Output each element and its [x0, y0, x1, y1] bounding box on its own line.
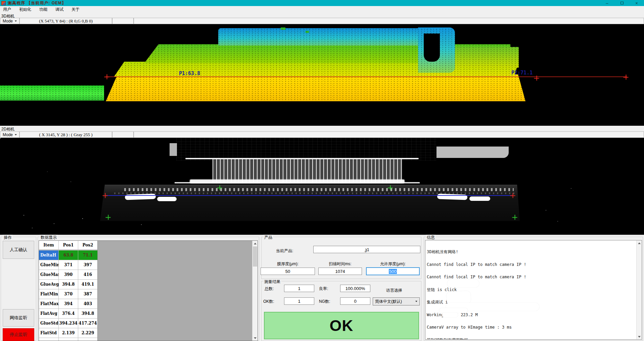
- table-scrollbar[interactable]: [252, 241, 258, 341]
- log-scrollbar[interactable]: [636, 240, 642, 339]
- ok-count-label: OK数:: [263, 299, 274, 304]
- table-header-pos1[interactable]: Pos1: [59, 241, 78, 249]
- table-cell[interactable]: X: [39, 338, 58, 341]
- measurement-table[interactable]: Item Pos1 Pos2 DeltaH 63.8 71.1 GlueMin …: [39, 240, 258, 341]
- table-cell[interactable]: FlatMin: [39, 289, 58, 299]
- table-header-pos2[interactable]: Pos2: [78, 241, 97, 249]
- redaction-mark: [442, 312, 458, 317]
- operation-group-label: 操作: [3, 235, 13, 240]
- table-cell[interactable]: 394: [59, 299, 78, 308]
- current-product-label: 当前产品:: [276, 248, 293, 254]
- stop-listen-button[interactable]: 停止监听: [3, 328, 34, 341]
- app-icon: [1, 1, 6, 5]
- table-cell[interactable]: 2.229: [78, 328, 97, 338]
- scan-time-field[interactable]: 1074: [318, 268, 362, 275]
- table-cell[interactable]: 403: [78, 299, 97, 308]
- table-cell[interactable]: 394.8: [59, 280, 78, 289]
- table-cell[interactable]: 394.8: [78, 309, 97, 318]
- marker-cross-green: [512, 215, 517, 220]
- solder-blob: [125, 193, 156, 200]
- redaction-mark: [439, 308, 468, 313]
- yield-label: 良率:: [319, 286, 328, 292]
- table-cell[interactable]: 387: [78, 289, 97, 299]
- solder-blob: [157, 197, 177, 201]
- table-cell[interactable]: 419.1: [78, 280, 97, 289]
- measurement-line: [106, 76, 627, 77]
- table-cell[interactable]: 63.8: [59, 250, 78, 260]
- scrollbar-thumb[interactable]: [253, 246, 257, 267]
- table-cell[interactable]: 2583.5: [59, 338, 78, 341]
- result-status-panel: OK: [264, 312, 419, 339]
- marker-cross-right: [510, 193, 515, 198]
- table-cell[interactable]: FlatStd: [39, 328, 58, 338]
- table-cell[interactable]: 371: [59, 260, 78, 270]
- scroll-down-button[interactable]: [252, 335, 258, 341]
- camera3d-status-spacer: [112, 18, 134, 24]
- table-cell[interactable]: 416: [78, 270, 97, 279]
- table-cell[interactable]: 397: [78, 260, 97, 270]
- log-line: 等到3D取到灰度图数据。: [427, 338, 635, 340]
- results-group-label: 测量结果: [263, 279, 281, 285]
- table-cell[interactable]: DeltaH: [39, 250, 58, 260]
- scroll-down-button[interactable]: [637, 334, 642, 339]
- table-cell[interactable]: 7966.7: [78, 338, 97, 341]
- menu-function[interactable]: 功能: [35, 6, 51, 13]
- ng-count-field[interactable]: 0: [340, 297, 370, 305]
- menu-debug[interactable]: 调试: [51, 6, 67, 13]
- film-thickness-field[interactable]: 50: [261, 268, 315, 275]
- menu-init[interactable]: 初始化: [15, 6, 35, 13]
- minimize-button[interactable]: –: [600, 0, 614, 6]
- camera3d-image-canvas[interactable]: P1:63.8 P2:71.1: [0, 24, 644, 126]
- table-cell[interactable]: GlueAvg: [39, 280, 58, 289]
- table-cell[interactable]: 417.274: [78, 319, 97, 328]
- manual-confirm-button[interactable]: 人工确认: [3, 241, 34, 259]
- scroll-up-button[interactable]: [252, 241, 258, 246]
- title-bar: 测高程序 【当前用户: OEM】 – ×: [0, 0, 644, 6]
- menu-bar: 用户 初始化 功能 调试 关于: [0, 6, 644, 13]
- camera2d-mode-button[interactable]: Mode: [0, 131, 19, 138]
- base-dash-row: [124, 188, 514, 191]
- redaction-mark: [316, 246, 365, 253]
- log-line: Cannot find local IP to match camera IP …: [427, 275, 635, 279]
- table-cell[interactable]: 394.234: [59, 319, 78, 328]
- menu-user[interactable]: 用户: [0, 6, 15, 13]
- table-cell[interactable]: 390: [59, 270, 78, 279]
- table-cell[interactable]: GlueMin: [39, 260, 58, 270]
- total-field[interactable]: 1: [284, 285, 314, 292]
- close-button[interactable]: ×: [629, 0, 644, 6]
- scroll-up-button[interactable]: [637, 240, 642, 246]
- table-cell[interactable]: GlueMax: [39, 270, 58, 279]
- table-cell[interactable]: 71.1: [78, 250, 97, 260]
- camera3d-mode-button[interactable]: Mode: [0, 18, 19, 24]
- pcb-image: [176, 138, 436, 161]
- camera3d-status-long: [134, 18, 644, 24]
- info-log[interactable]: 3D相机没有网络! Cannot find local IP to match …: [425, 240, 642, 340]
- ok-count-field[interactable]: 1: [284, 297, 314, 305]
- table-cell[interactable]: FlatAvg: [39, 309, 58, 318]
- camera2d-image-canvas[interactable]: [0, 138, 644, 235]
- ng-count-label: NG数:: [319, 299, 330, 304]
- chevron-down-icon: [415, 301, 417, 302]
- annotation-p1: P1:63.8: [179, 70, 200, 76]
- film-thickness-label: 膜厚度(μm):: [264, 261, 311, 267]
- allowed-thickness-field[interactable]: 500: [366, 267, 420, 275]
- scroll-down-icon: [254, 337, 257, 340]
- table-cell[interactable]: GlueStd: [39, 319, 58, 328]
- maximize-icon: [620, 2, 624, 4]
- table-cell[interactable]: 376.4: [59, 309, 78, 318]
- scan-time-label: 扫描时间ms:: [317, 261, 364, 267]
- marker-cross-p1: [104, 74, 109, 79]
- info-group-label: 信息: [426, 235, 436, 240]
- menu-about[interactable]: 关于: [67, 6, 84, 13]
- table-cell[interactable]: 2.139: [59, 328, 78, 338]
- table-cell[interactable]: 370: [59, 289, 78, 299]
- network-listen-button[interactable]: 网络监听: [3, 309, 34, 327]
- marker-cross-green: [217, 185, 222, 190]
- annotation-p2: P2:71.1: [511, 70, 533, 76]
- table-cell[interactable]: FlatMax: [39, 299, 58, 308]
- heightmap-noise-overlay: [0, 24, 532, 103]
- yield-field[interactable]: 100.000%: [340, 285, 370, 292]
- table-header-item[interactable]: Item: [39, 241, 58, 249]
- maximize-button[interactable]: [614, 0, 629, 6]
- language-select[interactable]: 简体中文(默认): [373, 297, 420, 305]
